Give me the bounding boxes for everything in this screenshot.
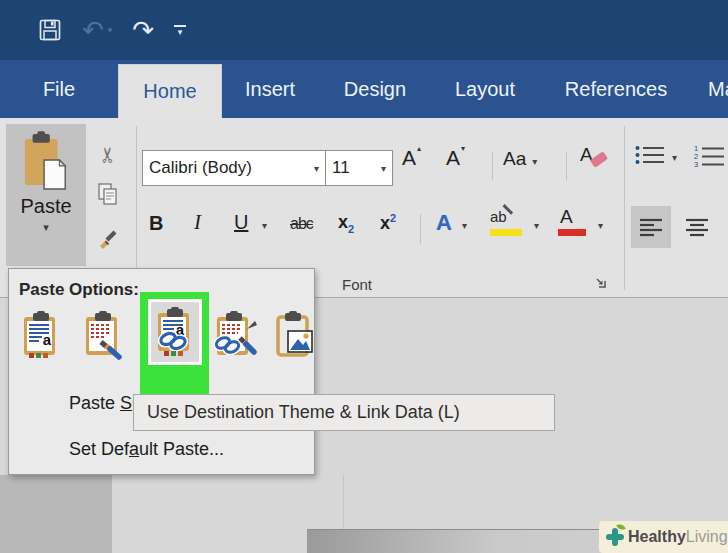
page-edge-line — [343, 475, 344, 529]
font-group-label: Font — [342, 276, 372, 293]
paste-option-keep-source-formatting-link-data[interactable] — [209, 305, 259, 367]
use-destination-theme-link-data-icon: a — [154, 306, 196, 358]
bullets-icon — [634, 144, 666, 166]
font-size-value: 11 — [332, 158, 350, 178]
set-default-pre: Set Def — [69, 439, 129, 459]
ribbon-tab-bar: File Home Insert Design Layout Reference… — [0, 60, 728, 118]
format-painter-icon — [98, 228, 119, 249]
strikethrough-button[interactable]: abc — [290, 215, 313, 233]
divider — [566, 152, 567, 180]
font-color-bar — [558, 229, 586, 236]
text-effects-chevron-icon[interactable]: ▾ — [462, 220, 467, 231]
underline-button[interactable]: U — [234, 211, 248, 234]
change-case-label: Aa — [503, 148, 526, 170]
font-name-value: Calibri (Body) — [149, 158, 252, 178]
highlight-chevron-icon[interactable]: ▾ — [534, 220, 539, 231]
tab-mailings[interactable]: Mailings — [708, 60, 728, 118]
keep-source-formatting-icon: a — [20, 311, 64, 361]
paste-options-header: Paste Options: — [19, 280, 139, 300]
divider — [492, 152, 493, 180]
undo-button[interactable]: ↶ ▾ — [82, 17, 112, 43]
redo-button[interactable]: ↷ — [132, 17, 154, 43]
paste-dropdown-chevron-icon: ▾ — [43, 221, 49, 234]
tab-home[interactable]: Home — [118, 64, 222, 118]
shrink-font-button[interactable]: A ▾ — [446, 146, 465, 170]
bullets-button[interactable] — [634, 144, 666, 166]
subscript-button[interactable]: x2 — [338, 212, 354, 235]
highlight-box: a — [140, 292, 209, 396]
customize-quick-access-toolbar-button[interactable]: ▾ — [174, 25, 186, 36]
paste-button[interactable]: Paste ▾ — [6, 124, 86, 266]
keep-source-formatting-link-data-icon — [211, 311, 257, 361]
font-dialog-launcher-button[interactable] — [594, 276, 608, 290]
cut-button[interactable]: ✂ — [88, 138, 128, 172]
chevron-down-icon[interactable]: ▾ — [381, 163, 386, 174]
tab-references[interactable]: References — [558, 60, 674, 118]
font-color-chevron-icon[interactable]: ▾ — [598, 220, 603, 231]
plus-cross-icon — [605, 527, 625, 547]
change-case-button[interactable]: Aa ▾ — [503, 148, 537, 170]
superscript-base: x — [380, 213, 390, 233]
group-divider — [624, 126, 625, 290]
underline-dropdown-chevron-icon[interactable]: ▾ — [262, 220, 267, 231]
bullets-chevron-icon[interactable]: ▾ — [672, 152, 677, 163]
set-default-accel: a — [129, 439, 139, 459]
group-divider — [136, 126, 137, 290]
watermark-bold-text: Healthy — [628, 528, 686, 546]
paste-clipboard-icon — [21, 131, 71, 193]
paste-option-keep-source-formatting[interactable]: a — [17, 305, 67, 367]
align-center-button[interactable] — [677, 206, 717, 248]
set-default-post: ult Paste... — [139, 439, 224, 459]
clear-formatting-button[interactable]: A — [580, 144, 593, 166]
align-right-button[interactable] — [721, 206, 728, 248]
format-painter-button[interactable] — [90, 222, 126, 254]
shrink-font-letter: A — [446, 146, 460, 170]
copy-button[interactable] — [90, 178, 126, 210]
numbering-button[interactable]: 1 2 3 — [694, 144, 728, 168]
caret-down-icon: ▾ — [461, 144, 465, 153]
bold-button[interactable]: B — [149, 212, 163, 235]
healthy-living-logo: Healthy Living — [599, 521, 728, 553]
paste-special-accel: S — [120, 393, 132, 413]
text-highlight-button[interactable]: ab — [490, 208, 507, 226]
align-left-button[interactable] — [631, 206, 671, 248]
save-button[interactable] — [38, 18, 62, 42]
word-window: ↶ ▾ ↷ ▾ File Home Insert Design Layout R… — [0, 0, 728, 553]
tab-layout[interactable]: Layout — [448, 60, 522, 118]
svg-text:3: 3 — [694, 160, 698, 168]
merge-formatting-icon — [82, 311, 126, 361]
paste-option-merge-formatting[interactable] — [79, 305, 129, 367]
grow-font-button[interactable]: A ▴ — [402, 146, 421, 170]
chevron-down-icon: ▾ — [178, 28, 183, 36]
undo-dropdown-chevron-icon[interactable]: ▾ — [108, 25, 113, 35]
font-color-button[interactable]: A — [560, 206, 573, 228]
chevron-down-icon[interactable]: ▾ — [314, 163, 319, 174]
italic-button[interactable]: I — [194, 210, 201, 235]
paste-option-use-destination-theme-link-data[interactable]: a — [148, 299, 202, 365]
subscript-mark: 2 — [348, 223, 354, 235]
highlight-label: ab — [490, 208, 507, 225]
highlight-color-bar — [490, 229, 522, 236]
divider — [420, 214, 421, 244]
text-effects-button[interactable]: A — [436, 210, 452, 236]
svg-text:a: a — [43, 331, 52, 348]
subscript-base: x — [338, 212, 348, 232]
tab-file[interactable]: File — [28, 60, 90, 118]
font-size-combobox[interactable]: 11 ▾ — [325, 150, 393, 186]
quick-access-toolbar: ↶ ▾ ↷ ▾ — [38, 12, 186, 48]
tab-insert[interactable]: Insert — [236, 60, 304, 118]
picture-icon — [274, 311, 318, 361]
chevron-down-icon: ▾ — [532, 156, 537, 167]
copy-icon — [97, 183, 119, 205]
align-center-icon — [684, 217, 710, 237]
superscript-button[interactable]: x2 — [380, 212, 396, 234]
paste-label: Paste — [20, 195, 71, 218]
menu-item-set-default-paste[interactable]: Set Default Paste... — [69, 439, 224, 460]
font-name-combobox[interactable]: Calibri (Body) ▾ — [142, 150, 326, 186]
paste-option-picture[interactable] — [271, 305, 321, 367]
document-left-margin — [0, 475, 112, 553]
superscript-mark: 2 — [390, 212, 396, 224]
paste-special-pre: Paste — [69, 393, 120, 413]
tab-design[interactable]: Design — [338, 60, 412, 118]
dialog-launcher-icon — [594, 276, 608, 290]
